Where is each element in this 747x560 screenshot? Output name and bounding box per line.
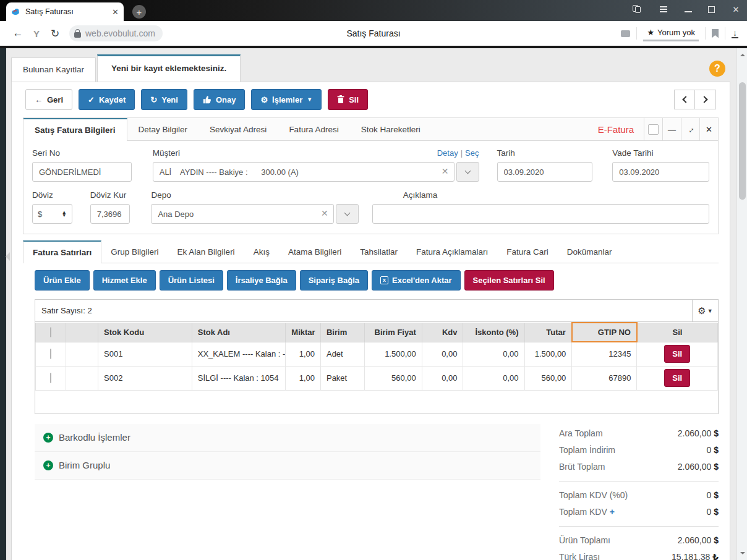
musteri-dropdown-button[interactable] [456, 162, 479, 182]
seri-no-input[interactable] [32, 162, 132, 182]
browser-tab-title: Satış Faturası [25, 7, 108, 16]
detay-link[interactable]: Detay [437, 148, 458, 158]
siparis-bagla-button[interactable]: Sipariş Bağla [300, 270, 368, 291]
review-button[interactable]: ★ Yorum yok [643, 26, 699, 41]
tab-fatura-cari[interactable]: Fatura Cari [497, 240, 558, 263]
tab-tahsilatlar[interactable]: Tahsilatlar [351, 240, 407, 263]
table-settings-button[interactable]: ⚙▼ [692, 299, 719, 322]
scroll-up-icon[interactable] [740, 51, 745, 56]
tab-ek-alan-bilgileri[interactable]: Ek Alan Bilgileri [168, 240, 244, 263]
hizmet-ekle-button[interactable]: Hizmet Ekle [93, 270, 156, 291]
total-urun-toplami: Ürün Toplamı 2.060,00 $ [559, 532, 719, 549]
tab-grup-bilgileri[interactable]: Grup Bilgileri [101, 240, 168, 263]
cell-gtip-no[interactable]: 12345 [572, 342, 637, 366]
tarih-input[interactable] [497, 162, 593, 182]
cell-stok-adi: XX_KALEM ---- Kalan : -49 [192, 342, 286, 366]
cell-miktar[interactable]: 1,00 [286, 366, 321, 390]
panel-expand-icon[interactable]: ↔ [681, 118, 699, 140]
aciklama-input[interactable] [372, 204, 709, 224]
scrollbar-thumb[interactable] [739, 82, 746, 200]
cell-kdv[interactable]: 0,00 [422, 342, 463, 366]
cell-birim[interactable]: Paket [320, 366, 364, 390]
select-all-checkbox[interactable] [50, 327, 51, 337]
collapsed-sidebar[interactable] [0, 48, 6, 560]
row-delete-button[interactable]: Sil [664, 345, 690, 363]
url-field[interactable]: web.evobulut.com [69, 25, 163, 41]
table-row: S002 SİLGİ ---- Kalan : 1054 1,00 Paket … [36, 366, 718, 390]
cell-iskonto[interactable]: 0,00 [463, 366, 524, 390]
row-delete-button[interactable]: Sil [664, 369, 690, 387]
tab-fatura-satirlari[interactable]: Fatura Satırları [23, 240, 101, 263]
comments-icon[interactable] [621, 30, 630, 37]
page-scrollbar[interactable] [736, 48, 747, 560]
tab-sevkiyat-adresi[interactable]: Sevkiyat Adresi [198, 118, 278, 140]
cell-iskonto[interactable]: 0,00 [463, 342, 524, 366]
barkodlu-islemler-section[interactable]: + Barkodlu İşlemler [35, 424, 540, 452]
tab-stok-hareketleri[interactable]: Stok Hareketleri [350, 118, 432, 140]
doviz-kur-label: Döviz Kur [90, 190, 130, 200]
maximize-window-icon[interactable] [708, 6, 715, 13]
new-button[interactable]: ↻ Yeni [141, 89, 187, 110]
excel-aktar-button[interactable]: x Excel'den Aktar [372, 270, 461, 291]
browser-menu-icon[interactable] [659, 4, 668, 14]
tab-dokumanlar[interactable]: Dokümanlar [558, 240, 621, 263]
cell-birim-fiyat[interactable]: 560,00 [364, 366, 422, 390]
browser-tab[interactable]: Satış Faturası ✕ [6, 2, 124, 21]
cell-gtip-no[interactable]: 67890 [572, 366, 637, 390]
cell-birim[interactable]: Adet [320, 342, 364, 366]
add-kdv-icon[interactable]: + [610, 507, 615, 517]
table-row: S001 XX_KALEM ---- Kalan : -49 1,00 Adet… [36, 342, 718, 366]
doviz-kur-input[interactable] [90, 204, 130, 224]
save-button[interactable]: ✓ Kaydet [79, 89, 135, 110]
depo-dropdown-button[interactable] [336, 204, 359, 224]
back-icon[interactable]: ← [9, 27, 27, 40]
download-icon[interactable]: ↓ [732, 29, 738, 38]
tab-close-icon[interactable]: ✕ [112, 7, 119, 17]
row-checkbox[interactable] [50, 373, 51, 383]
cell-kdv[interactable]: 0,00 [422, 366, 463, 390]
vade-tarihi-input[interactable] [612, 162, 709, 182]
bookmark-icon[interactable] [712, 29, 719, 38]
depo-input[interactable] [151, 204, 333, 224]
next-record-button[interactable] [695, 90, 716, 109]
cell-birim-fiyat[interactable]: 1.500,00 [364, 342, 422, 366]
delete-button[interactable]: Sil [328, 89, 368, 110]
minimize-window-icon[interactable] [685, 7, 692, 12]
irsaliye-bagla-button[interactable]: İrsaliye Bağla [227, 270, 296, 291]
sidebar-toggle-icon[interactable] [6, 252, 10, 261]
tab-fatura-aciklamalari[interactable]: Fatura Açıklamaları [407, 240, 497, 263]
scroll-down-icon[interactable] [740, 552, 745, 557]
clear-musteri-icon[interactable]: ✕ [442, 166, 449, 176]
reload-icon[interactable]: ↻ [46, 27, 64, 40]
tab-yeni-kayit[interactable]: Yeni bir kayıt eklemektesiniz. [97, 54, 241, 82]
musteri-input[interactable] [153, 162, 455, 182]
tab-detay-bilgiler[interactable]: Detay Bilgiler [127, 118, 199, 140]
sec-link[interactable]: Seç [465, 148, 479, 158]
efatura-checkbox[interactable] [644, 118, 662, 140]
doviz-select[interactable]: $ ▲▼ [32, 204, 72, 224]
tab-bulunan-kayitlar[interactable]: Bulunan Kayıtlar [11, 57, 96, 82]
panel-close-icon[interactable]: ✕ [699, 118, 718, 140]
cell-miktar[interactable]: 1,00 [286, 342, 321, 366]
urun-listesi-button[interactable]: Ürün Listesi [160, 270, 223, 291]
approve-button[interactable]: Onay [194, 89, 245, 110]
actions-button[interactable]: ⚙ İşlemler ▼ [251, 89, 322, 110]
secilen-satirlari-sil-button[interactable]: Seçilen Satırları Sil [464, 270, 554, 291]
tab-atama-bilgileri[interactable]: Atama Bilgileri [279, 240, 351, 263]
back-button[interactable]: ← Geri [25, 89, 72, 110]
clear-depo-icon[interactable]: ✕ [321, 208, 328, 218]
panel-minimize-icon[interactable]: — [662, 118, 681, 140]
tab-fatura-adresi[interactable]: Fatura Adresi [278, 118, 349, 140]
tab-satis-fatura-bilgileri[interactable]: Satış Fatura Bilgileri [23, 118, 127, 141]
help-icon[interactable]: ? [709, 61, 725, 77]
tab-groups-icon[interactable] [633, 4, 642, 14]
birim-gruplu-section[interactable]: + Birim Gruplu [35, 452, 540, 480]
forward-icon[interactable]: Y [27, 28, 46, 39]
tab-akis[interactable]: Akış [244, 240, 279, 263]
close-window-icon[interactable]: ✕ [731, 4, 741, 14]
url-text: web.evobulut.com [85, 28, 155, 38]
prev-record-button[interactable] [674, 90, 695, 109]
urun-ekle-button[interactable]: Ürün Ekle [35, 270, 90, 291]
row-checkbox[interactable] [50, 349, 51, 359]
new-tab-button[interactable]: + [132, 5, 146, 19]
